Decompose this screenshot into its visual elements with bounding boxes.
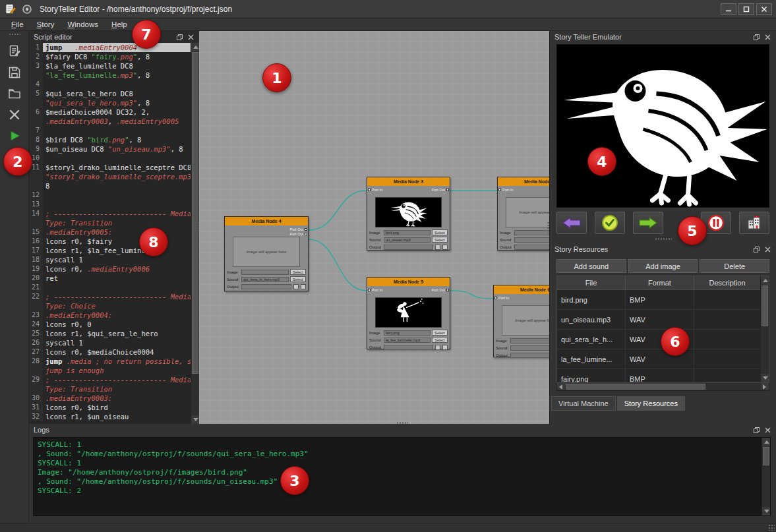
logs-scrollbar[interactable] bbox=[761, 438, 770, 516]
scroll-up-arrow[interactable] bbox=[761, 276, 769, 285]
code-line[interactable]: $bird DC8 "bird.png", 8 bbox=[43, 135, 191, 144]
dock-splitter[interactable] bbox=[550, 234, 776, 243]
node-mini-button[interactable] bbox=[442, 345, 448, 350]
node-select-button[interactable]: Select bbox=[290, 276, 306, 282]
port-in[interactable]: Port In bbox=[498, 187, 513, 192]
save-button[interactable] bbox=[4, 63, 25, 82]
menu-help[interactable]: Help bbox=[105, 19, 133, 30]
node-select-button[interactable]: Select bbox=[290, 269, 306, 275]
run-button[interactable] bbox=[4, 126, 25, 146]
scroll-thumb[interactable] bbox=[192, 52, 198, 374]
float-dock-icon[interactable] bbox=[175, 33, 183, 41]
code-line[interactable]: $un_oiseau DC8 "un_oiseau.mp3", 8 bbox=[43, 144, 191, 154]
node-select-button[interactable]: Select bbox=[432, 337, 448, 343]
code-line[interactable]: $la_fee_luminelle DC8 bbox=[43, 61, 191, 71]
code-line[interactable]: jump is enough bbox=[43, 366, 191, 375]
code-line[interactable]: lcons r0, $mediaChoice0004 bbox=[43, 347, 191, 357]
code-line[interactable]: $story1_drako_luminelle_sceptre DC8 bbox=[43, 163, 191, 172]
add-sound-button[interactable]: Add sound bbox=[556, 259, 626, 273]
close-dock-icon[interactable] bbox=[763, 426, 771, 434]
code-line[interactable]: $qui_sera_le_hero DC8 bbox=[43, 89, 191, 98]
code-line[interactable]: Type: Transition bbox=[43, 218, 191, 227]
code-line[interactable]: "story1_drako_luminelle_sceptre.mp3", bbox=[43, 172, 191, 181]
node-mini-button[interactable] bbox=[293, 284, 299, 289]
code-line[interactable]: jump .mediaEntry0004 bbox=[43, 43, 191, 52]
port-in[interactable]: Port In bbox=[494, 295, 509, 300]
delete-button[interactable] bbox=[4, 105, 25, 125]
code-line[interactable]: jump .media ; no return possible, so a bbox=[43, 357, 191, 366]
scroll-up-arrow[interactable] bbox=[762, 438, 771, 446]
table-hscrollbar[interactable] bbox=[556, 383, 769, 391]
port-out[interactable]: Port Out bbox=[432, 287, 449, 292]
code-line[interactable]: syscall 1 bbox=[43, 338, 191, 347]
port-out[interactable]: Port Out bbox=[290, 231, 307, 236]
media-node[interactable]: Media Node 2Port InPort OutImage will ap… bbox=[497, 177, 549, 251]
media-node[interactable]: Media Node 3Port InPort OutImagebird.png… bbox=[367, 177, 450, 251]
close-dock-icon[interactable] bbox=[187, 33, 194, 41]
new-script-button[interactable] bbox=[4, 42, 25, 61]
previous-button[interactable] bbox=[556, 212, 587, 234]
code-line[interactable]: .mediaEntry0003, .mediaEntry0005 bbox=[43, 117, 191, 126]
code-line[interactable]: "qui_sera_le_hero.mp3", 8 bbox=[43, 98, 191, 107]
code-line[interactable] bbox=[43, 191, 191, 200]
float-dock-icon[interactable] bbox=[752, 426, 760, 434]
scroll-down-arrow[interactable] bbox=[191, 415, 199, 424]
media-node[interactable]: Media Node 6Port InPort OutImage will ap… bbox=[493, 285, 549, 357]
script-editor-content[interactable]: 1jump .mediaEntry00042$fairy DC8 "fairy.… bbox=[29, 43, 191, 424]
column-header[interactable]: File bbox=[557, 276, 626, 289]
code-line[interactable]: .mediaEntry0004: bbox=[43, 310, 191, 320]
node-mini-button[interactable] bbox=[435, 245, 440, 250]
float-dock-icon[interactable] bbox=[752, 245, 760, 253]
scroll-right-arrow[interactable] bbox=[761, 383, 769, 390]
add-image-button[interactable]: Add image bbox=[628, 259, 698, 273]
code-line[interactable]: lcons r0, $fairy bbox=[43, 237, 191, 246]
node-mini-button[interactable] bbox=[301, 284, 306, 289]
code-line[interactable]: lcons r1, $un_oiseau bbox=[43, 412, 191, 421]
menu-file[interactable]: File bbox=[5, 19, 30, 30]
code-line[interactable]: $mediaChoice0004 DC32, 2, bbox=[43, 107, 191, 117]
table-row[interactable]: un_oiseau.mp3WAV bbox=[557, 310, 760, 330]
media-node[interactable]: Media Node 5Port InPort OutImagefairy.pn… bbox=[367, 277, 450, 349]
logs-output[interactable]: SYSCALL: 1, Sound: "/home/anthony/ostpro… bbox=[33, 437, 771, 516]
tab-virtual-machine[interactable]: Virtual Machine bbox=[551, 396, 616, 411]
code-line[interactable]: Type: Transition bbox=[43, 384, 191, 394]
table-scrollbar[interactable] bbox=[760, 276, 769, 382]
validate-button[interactable] bbox=[595, 212, 625, 234]
code-line[interactable]: Type: Choice bbox=[43, 301, 191, 310]
code-line[interactable]: syscall 1 bbox=[43, 255, 191, 264]
code-line[interactable] bbox=[43, 80, 191, 89]
node-mini-button[interactable] bbox=[442, 245, 448, 250]
splitter-handle[interactable] bbox=[547, 222, 549, 233]
scroll-thumb[interactable] bbox=[761, 285, 768, 326]
scroll-left-arrow[interactable] bbox=[557, 383, 565, 390]
delete-button[interactable]: Delete bbox=[700, 259, 769, 273]
code-line[interactable]: ; --------------------------- Media node bbox=[43, 292, 191, 301]
code-line[interactable] bbox=[43, 126, 191, 135]
code-line[interactable]: ; --------------------------- Media node bbox=[43, 375, 191, 384]
home-button[interactable] bbox=[739, 212, 769, 234]
scroll-up-arrow[interactable] bbox=[191, 43, 199, 51]
port-out[interactable]: Port Out bbox=[290, 227, 307, 231]
code-line[interactable]: lcons r1, $la_fee_luminelle bbox=[43, 246, 191, 255]
code-line[interactable]: 8 bbox=[43, 181, 191, 191]
code-line[interactable] bbox=[43, 154, 191, 163]
code-line[interactable]: lcons r1, $qui_sera_le_hero bbox=[43, 329, 191, 338]
script-editor-scrollbar[interactable] bbox=[191, 43, 199, 424]
table-row[interactable]: qui_sera_le_h...WAV bbox=[557, 330, 760, 349]
title-bar[interactable]: StoryTeller Editor - /home/anthony/ostpr… bbox=[0, 0, 776, 18]
toolbar-grip[interactable] bbox=[9, 33, 20, 36]
next-button[interactable] bbox=[633, 212, 663, 234]
port-out[interactable]: Port Out bbox=[432, 187, 449, 192]
float-dock-icon[interactable] bbox=[752, 33, 760, 41]
tab-story-resources[interactable]: Story Resources bbox=[617, 396, 685, 411]
close-button[interactable] bbox=[756, 3, 772, 15]
scroll-thumb[interactable] bbox=[763, 447, 769, 465]
code-line[interactable]: .mediaEntry0005: bbox=[43, 227, 191, 237]
table-row[interactable]: la_fee_lumine...WAV bbox=[557, 349, 760, 369]
code-line[interactable]: ret bbox=[43, 274, 191, 283]
scroll-thumb[interactable] bbox=[566, 384, 705, 390]
media-node[interactable]: Media Node 4Port OutPort OutImage will a… bbox=[224, 216, 309, 291]
splitter-handle[interactable] bbox=[197, 222, 199, 233]
code-line[interactable]: lcons r0, 0 bbox=[43, 320, 191, 329]
code-line[interactable]: lcons r0, $bird bbox=[43, 403, 191, 412]
